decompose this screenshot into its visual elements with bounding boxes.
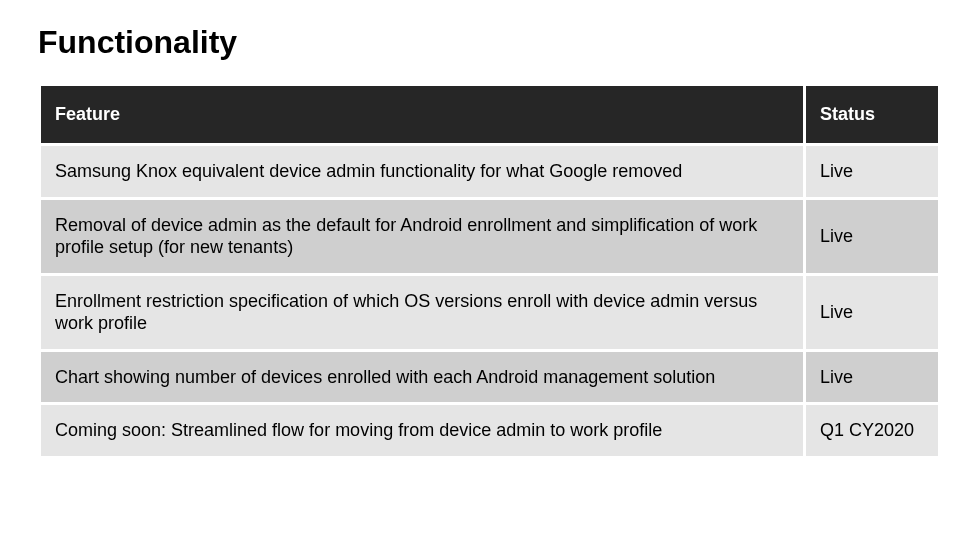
column-header-feature: Feature xyxy=(40,85,805,145)
status-cell: Live xyxy=(805,350,940,404)
feature-cell: Removal of device admin as the default f… xyxy=(40,198,805,274)
table-row: Chart showing number of devices enrolled… xyxy=(40,350,940,404)
status-cell: Live xyxy=(805,145,940,199)
page-title: Functionality xyxy=(38,24,922,61)
feature-cell: Coming soon: Streamlined flow for moving… xyxy=(40,404,805,458)
table-header-row: Feature Status xyxy=(40,85,940,145)
status-cell: Live xyxy=(805,198,940,274)
table-row: Coming soon: Streamlined flow for moving… xyxy=(40,404,940,458)
feature-cell: Chart showing number of devices enrolled… xyxy=(40,350,805,404)
table-row: Removal of device admin as the default f… xyxy=(40,198,940,274)
functionality-table: Feature Status Samsung Knox equivalent d… xyxy=(38,83,941,459)
table-row: Samsung Knox equivalent device admin fun… xyxy=(40,145,940,199)
status-cell: Live xyxy=(805,274,940,350)
column-header-status: Status xyxy=(805,85,940,145)
table-row: Enrollment restriction specification of … xyxy=(40,274,940,350)
feature-cell: Samsung Knox equivalent device admin fun… xyxy=(40,145,805,199)
feature-cell: Enrollment restriction specification of … xyxy=(40,274,805,350)
status-cell: Q1 CY2020 xyxy=(805,404,940,458)
